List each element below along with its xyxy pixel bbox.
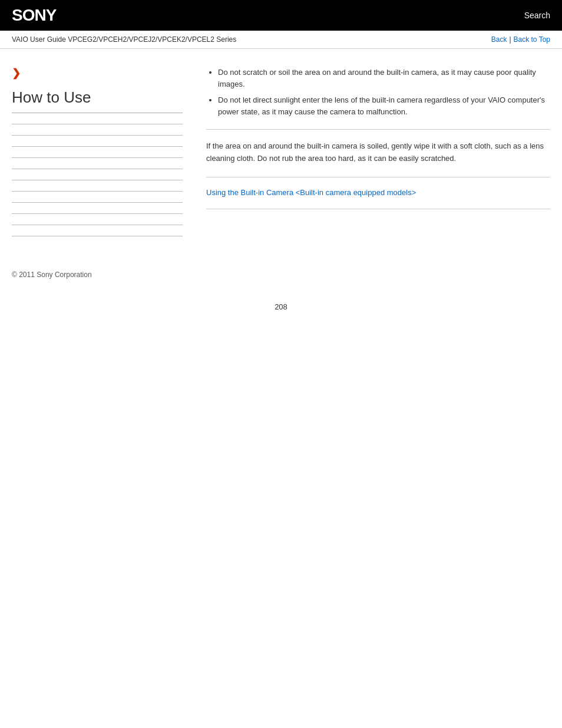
nav-title: VAIO User Guide VPCEG2/VPCEH2/VPCEJ2/VPC… [12, 35, 236, 44]
main-container: ❯ How to Use Do not scratch or soil the … [0, 49, 562, 259]
sidebar-lines-group [12, 124, 183, 236]
sidebar-line-9 [12, 213, 183, 214]
content-divider-3 [206, 209, 550, 209]
bullet-text-2: Do not let direct sunlight enter the len… [218, 95, 545, 116]
sidebar-line-11 [12, 236, 183, 236]
sidebar-line-2 [12, 135, 183, 136]
sidebar-line-4 [12, 157, 183, 158]
sidebar-arrow-icon: ❯ [12, 67, 183, 80]
content-paragraph: If the area on and around the built-in c… [206, 140, 550, 165]
bullet-list: Do not scratch or soil the area on and a… [218, 67, 550, 117]
sidebar: ❯ How to Use [12, 61, 194, 247]
nav-links: Back | Back to Top [491, 35, 550, 44]
sidebar-line-5 [12, 169, 183, 169]
search-button[interactable]: Search [524, 11, 550, 20]
sidebar-divider [12, 113, 183, 113]
built-in-camera-link[interactable]: Using the Built-in Camera <Built-in came… [206, 188, 416, 197]
content-area: Do not scratch or soil the area on and a… [194, 61, 550, 247]
sidebar-line-7 [12, 191, 183, 192]
bullet-section: Do not scratch or soil the area on and a… [206, 67, 550, 117]
sidebar-line-6 [12, 180, 183, 180]
header: SONY Search [0, 0, 562, 31]
link-section: Using the Built-in Camera <Built-in came… [206, 188, 550, 197]
sidebar-line-1 [12, 124, 183, 124]
sidebar-line-8 [12, 202, 183, 203]
bullet-text-1: Do not scratch or soil the area on and a… [218, 68, 536, 88]
sony-logo: SONY [12, 6, 56, 25]
sidebar-line-3 [12, 146, 183, 147]
footer: © 2011 Sony Corporation [0, 259, 562, 291]
list-item: Do not let direct sunlight enter the len… [218, 94, 550, 117]
section-title: How to Use [12, 88, 183, 107]
sidebar-line-10 [12, 225, 183, 225]
list-item: Do not scratch or soil the area on and a… [218, 67, 550, 90]
nav-bar: VAIO User Guide VPCEG2/VPCEH2/VPCEJ2/VPC… [0, 31, 562, 49]
copyright-text: © 2011 Sony Corporation [12, 271, 92, 279]
back-to-top-link[interactable]: Back to Top [514, 35, 550, 44]
paragraph-section: If the area on and around the built-in c… [206, 140, 550, 165]
back-link[interactable]: Back [491, 35, 507, 44]
content-divider-1 [206, 129, 550, 130]
nav-separator: | [509, 35, 511, 44]
content-divider-2 [206, 177, 550, 177]
page-number: 208 [0, 291, 562, 323]
